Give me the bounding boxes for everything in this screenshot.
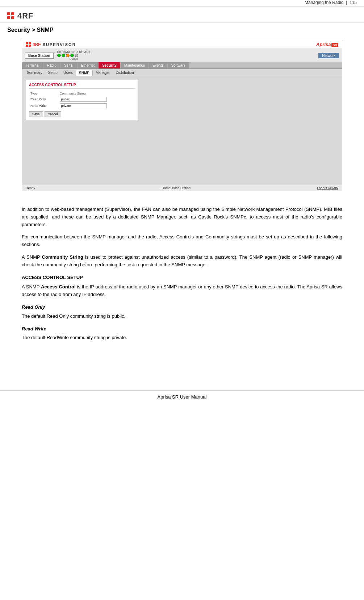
s-sq-3 [26, 45, 28, 47]
s-sq-2 [29, 42, 31, 44]
sub-tab-manager[interactable]: Manager [93, 70, 113, 76]
table-row: Read Write [29, 103, 135, 109]
para2: For communication between the SNMP manag… [22, 233, 342, 249]
cancel-button[interactable]: Cancel [45, 111, 61, 117]
logo-sq-4 [11, 16, 14, 19]
cpu-light [66, 54, 70, 57]
section3-title: Read Write [22, 325, 342, 333]
save-button[interactable]: Save [29, 111, 43, 117]
logo-area: 4RF [7, 11, 34, 21]
status-labels-row: OK DATA CPU RF AUX [57, 50, 91, 54]
main-nav: Terminal Radio Serial Ethernet Security … [22, 62, 342, 69]
para3: A SNMP Community String is used to prote… [22, 254, 342, 269]
section3-text: The default ReadWrite community string i… [22, 334, 342, 342]
content-area: ACCESS CONTROL SETUP Type Community Stri… [22, 76, 342, 185]
supervisor-title: SUPERVISOR [43, 42, 76, 47]
s-sq-1 [26, 42, 28, 44]
breadcrumb-area: Security > SNMP [0, 22, 364, 36]
sub-tab-setup[interactable]: Setup [45, 70, 60, 76]
table-row: Read Only [29, 96, 135, 103]
nav-tab-maintenance[interactable]: Maintenance [121, 62, 149, 68]
section1-title: ACCESS CONTROL SETUP [22, 274, 342, 282]
status-bar: Ready Radio: Base Station Logout ADMIN [22, 185, 342, 191]
nav-tab-radio[interactable]: Radio [43, 62, 60, 68]
row1-value [58, 96, 135, 103]
access-control-table: Type Community String Read Only Read Wri… [29, 91, 135, 109]
logo-squares [7, 12, 14, 20]
status-text: Status [57, 57, 91, 61]
rf-light [70, 54, 74, 57]
supervisor-bar: 4RF SUPERVISOR AprisaSR [22, 40, 342, 49]
section1-text: A SNMP Access Control is the IP address … [22, 283, 342, 299]
status-radio: Radio: Base Station [162, 186, 191, 190]
nav-tab-ethernet[interactable]: Ethernet [78, 62, 99, 68]
page-header: Managing the Radio | 115 [0, 0, 364, 7]
row2-type: Read Write [29, 103, 58, 109]
nav-tab-terminal[interactable]: Terminal [22, 62, 43, 68]
logo-sq-3 [7, 16, 10, 19]
supervisor-logo-4rf: 4RF [33, 42, 41, 47]
sub-tab-snmp[interactable]: SNMP [76, 70, 93, 76]
nav-tab-serial[interactable]: Serial [60, 62, 78, 68]
sub-tab-distribution[interactable]: Distribution [113, 70, 137, 76]
aprisa-logo: AprisaSR [316, 42, 338, 47]
breadcrumb: Security > SNMP [7, 27, 54, 33]
body-content: In addition to web-based management (Sup… [0, 199, 364, 354]
section2-text: The default Read Only community string i… [22, 313, 342, 320]
read-only-input[interactable] [60, 97, 107, 102]
supervisor-logo: 4RF SUPERVISOR [26, 42, 76, 47]
row1-type: Read Only [29, 96, 58, 103]
ok-light [57, 54, 61, 57]
data-light [62, 54, 65, 57]
sub-tab-users[interactable]: Users [60, 70, 76, 76]
para1: In addition to web-based management (Sup… [22, 206, 342, 228]
status-ready: Ready [26, 186, 35, 190]
logo-icon [7, 12, 14, 20]
sub-tab-summary[interactable]: Summary [24, 70, 45, 76]
header: 4RF [0, 8, 364, 22]
nav-tab-security[interactable]: Security [99, 62, 120, 68]
nav-tab-events[interactable]: Events [149, 62, 168, 68]
row2-value [58, 103, 135, 109]
status-lights [57, 54, 91, 57]
s-sq-4 [29, 45, 31, 47]
logo-sq-2 [11, 12, 14, 15]
network-button[interactable]: Network [318, 53, 339, 58]
aux-light [75, 54, 78, 57]
footer-text: Aprisa SR User Manual [158, 394, 207, 400]
access-control-box: ACCESS CONTROL SETUP Type Community Stri… [26, 80, 138, 120]
status-logout[interactable]: Logout ADMIN [317, 186, 338, 190]
read-write-input[interactable] [60, 103, 107, 108]
footer: Aprisa SR User Manual [0, 390, 364, 403]
col-community-header: Community String [58, 91, 135, 96]
status-section: OK DATA CPU RF AUX Status [57, 50, 91, 61]
col-type-header: Type [29, 91, 58, 96]
nav-tab-software[interactable]: Software [168, 62, 189, 68]
page-title-right: Managing the Radio | 115 [305, 0, 357, 5]
station-area: Base Station OK DATA CPU RF AUX Status N… [22, 49, 342, 62]
supervisor-logo-squares [26, 42, 31, 47]
sub-nav: Summary Setup Users SNMP Manager Distrib… [22, 69, 342, 76]
ac-buttons: Save Cancel [29, 111, 135, 117]
screenshot-container: 4RF SUPERVISOR AprisaSR Base Station OK … [22, 40, 342, 191]
access-control-title: ACCESS CONTROL SETUP [29, 83, 135, 89]
section2-title: Read Only [22, 304, 342, 311]
base-station-button[interactable]: Base Station [25, 53, 54, 59]
logo-text: 4RF [17, 11, 34, 21]
logo-sq-1 [7, 12, 10, 15]
